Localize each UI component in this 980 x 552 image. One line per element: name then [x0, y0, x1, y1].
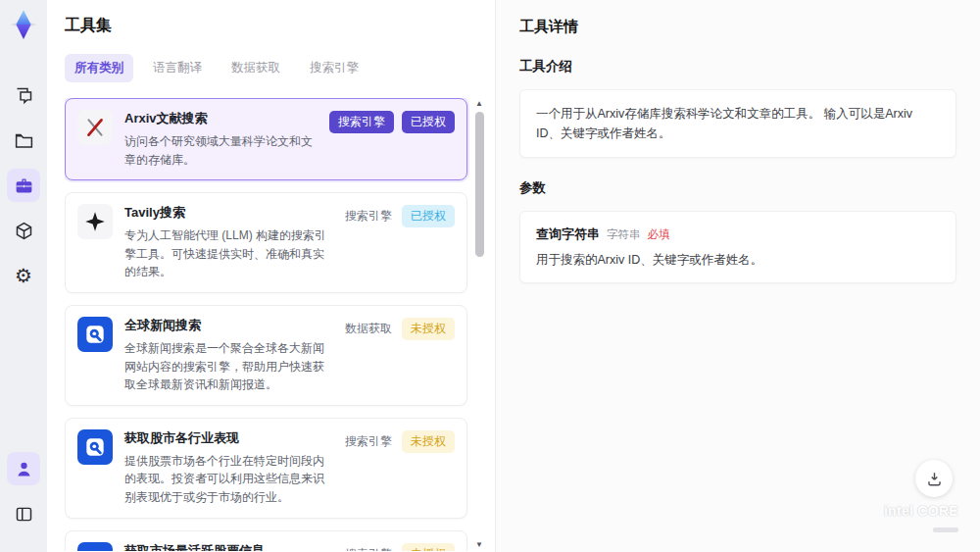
tab-2[interactable]: 数据获取 — [221, 54, 290, 82]
tool-list: Arxiv文献搜索 访问各个研究领域大量科学论文和文章的存储库。 搜索引擎 已授… — [65, 98, 467, 551]
category-tabs: 所有类别语言翻译数据获取搜索引擎 — [65, 54, 489, 82]
blue-app-icon — [77, 317, 113, 352]
category-badge: 搜索引擎 — [343, 205, 394, 227]
sparkle-icon — [77, 204, 113, 239]
tool-card[interactable]: 全球新闻搜索 全球新闻搜索是一个聚合全球各大新闻网站内容的搜索引擎，帮助用户快速… — [65, 305, 467, 406]
download-button[interactable] — [915, 460, 953, 497]
scroll-up-icon[interactable]: ▲ — [475, 98, 483, 110]
tool-scroll-area: Arxiv文献搜索 访问各个研究领域大量科学论文和文章的存储库。 搜索引擎 已授… — [65, 98, 489, 551]
tool-badges: 搜索引擎 已授权 — [329, 110, 455, 133]
app-logo — [7, 8, 40, 41]
intro-box: 一个用于从Arxiv存储库搜索科学论文和文章的工具。 输入可以是Arxiv ID… — [519, 89, 956, 158]
param-box: 查询字符串 字符串 必填 用于搜索的Arxiv ID、关键字或作者姓名。 — [519, 211, 956, 283]
sidebar-item-tools[interactable] — [7, 169, 40, 202]
sidebar-item-panel-toggle[interactable] — [7, 497, 40, 530]
category-badge: 数据获取 — [343, 318, 394, 340]
chat-icon — [14, 85, 34, 106]
tool-badges: 搜索引擎 已授权 — [343, 204, 455, 227]
tool-badges: 数据获取 未授权 — [343, 317, 455, 340]
intel-core-logo-text: intel CORE — [884, 503, 958, 519]
toolbox-icon — [14, 176, 34, 196]
tool-description: 全球新闻搜索是一个聚合全球各大新闻网站内容的搜索引擎，帮助用户快速获取全球最新资… — [124, 339, 331, 394]
logo-diamond-icon — [7, 8, 40, 41]
tab-1[interactable]: 语言翻译 — [143, 54, 212, 82]
params-heading: 参数 — [519, 179, 956, 197]
blue-app-icon — [77, 429, 113, 465]
sidebar-item-packages[interactable] — [7, 214, 40, 247]
tool-body: 获取股市各行业表现 提供股票市场各个行业在特定时间段内的表现。投资者可以利用这些… — [124, 429, 331, 507]
tool-body: 获取市场最活跃股票信息 提供当天交易量最高的股票列表。投资者可以利用这些信息来识… — [124, 542, 331, 551]
detail-title: 工具详情 — [519, 18, 956, 36]
folder-icon — [14, 130, 34, 151]
blue-app-icon — [77, 542, 113, 551]
intro-text: 一个用于从Arxiv存储库搜索科学论文和文章的工具。 输入可以是Arxiv ID… — [536, 104, 940, 143]
sidebar-item-profile[interactable] — [7, 452, 40, 485]
tool-card[interactable]: 获取股市各行业表现 提供股票市场各个行业在特定时间段内的表现。投资者可以利用这些… — [65, 418, 467, 519]
scroll-down-icon[interactable]: ▼ — [475, 539, 483, 551]
arxiv-icon — [77, 110, 113, 145]
sidebar-rail: ⚙ — [0, 0, 47, 552]
auth-status-badge: 已授权 — [402, 205, 455, 227]
scrollbar-track[interactable] — [475, 110, 484, 539]
panel-layout-icon — [14, 504, 34, 525]
intel-core-logo-badge — [933, 527, 958, 532]
tool-description: 提供股票市场各个行业在特定时间段内的表现。投资者可以利用这些信息来识别表现优于或… — [124, 452, 331, 507]
sidebar-item-settings[interactable]: ⚙ — [7, 259, 40, 292]
cube-icon — [14, 221, 34, 241]
app-window: ⚙ 工具集 所有类别语言翻译数据获取搜索引擎 Arxiv文献搜索 访问各个研究领… — [0, 0, 980, 552]
intro-heading: 工具介绍 — [519, 58, 956, 75]
param-description: 用于搜索的Arxiv ID、关键字或作者姓名。 — [536, 252, 940, 269]
sidebar-item-files[interactable] — [7, 124, 40, 157]
tool-body: Arxiv文献搜索 访问各个研究领域大量科学论文和文章的存储库。 — [124, 110, 318, 169]
auth-status-badge: 未授权 — [402, 543, 455, 551]
user-icon — [14, 459, 34, 479]
tool-badges: 搜索引擎 未授权 — [343, 429, 455, 453]
tool-title: Tavily搜索 — [124, 204, 331, 222]
tool-badges: 搜索引擎 未授权 — [343, 542, 455, 551]
tool-title: 获取市场最活跃股票信息 — [124, 542, 331, 551]
tool-body: Tavily搜索 专为人工智能代理 (LLM) 构建的搜索引擎工具。可快速提供实… — [124, 204, 331, 281]
intel-core-logo: intel CORE — [884, 503, 958, 536]
gear-icon: ⚙ — [15, 266, 32, 285]
category-badge: 搜索引擎 — [329, 111, 394, 133]
scrollbar[interactable]: ▲ ▼ — [473, 98, 485, 551]
tab-0[interactable]: 所有类别 — [65, 54, 133, 82]
tool-body: 全球新闻搜索 全球新闻搜索是一个聚合全球各大新闻网站内容的搜索引擎，帮助用户快速… — [124, 317, 331, 394]
page-title: 工具集 — [65, 16, 489, 36]
tool-title: 全球新闻搜索 — [124, 317, 331, 334]
tool-description: 专为人工智能代理 (LLM) 构建的搜索引擎工具。可快速提供实时、准确和真实的结… — [124, 226, 331, 281]
param-type: 字符串 — [607, 227, 641, 242]
auth-status-badge: 已授权 — [402, 111, 455, 133]
tool-card[interactable]: Tavily搜索 专为人工智能代理 (LLM) 构建的搜索引擎工具。可快速提供实… — [65, 192, 467, 293]
tool-card[interactable]: Arxiv文献搜索 访问各个研究领域大量科学论文和文章的存储库。 搜索引擎 已授… — [65, 98, 467, 180]
category-badge: 搜索引擎 — [343, 430, 394, 453]
sidebar-item-chat[interactable] — [7, 78, 40, 112]
download-icon — [925, 470, 944, 488]
auth-status-badge: 未授权 — [402, 318, 455, 340]
category-badge: 搜索引擎 — [343, 543, 394, 551]
tool-description: 访问各个研究领域大量科学论文和文章的存储库。 — [124, 132, 318, 169]
tab-3[interactable]: 搜索引擎 — [300, 54, 368, 82]
tool-detail-panel: 工具详情 工具介绍 一个用于从Arxiv存储库搜索科学论文和文章的工具。 输入可… — [495, 0, 980, 552]
auth-status-badge: 未授权 — [402, 430, 455, 453]
tool-list-panel: 工具集 所有类别语言翻译数据获取搜索引擎 Arxiv文献搜索 访问各个研究领域大… — [47, 0, 495, 552]
scrollbar-thumb[interactable] — [475, 112, 484, 257]
tool-card[interactable]: 获取市场最活跃股票信息 提供当天交易量最高的股票列表。投资者可以利用这些信息来识… — [65, 530, 467, 551]
tool-title: Arxiv文献搜索 — [124, 110, 318, 127]
param-required-badge: 必填 — [648, 227, 670, 242]
param-name: 查询字符串 — [536, 226, 600, 243]
tool-title: 获取股市各行业表现 — [124, 429, 331, 447]
param-header: 查询字符串 字符串 必填 — [536, 226, 940, 243]
